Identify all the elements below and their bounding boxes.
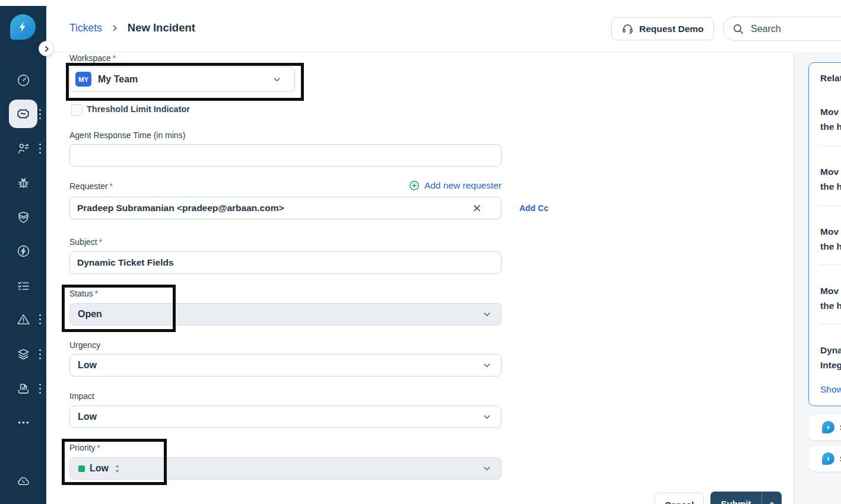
search-input[interactable] — [750, 23, 841, 35]
checklist-icon — [16, 278, 31, 293]
sidebar-item-lightning-circle[interactable] — [15, 243, 31, 259]
sidebar — [0, 6, 46, 504]
suggestion-pill[interactable]: S — [808, 414, 841, 440]
add-cc-link[interactable]: Add Cc — [519, 203, 548, 213]
workspace-avatar: MY — [75, 72, 91, 87]
breadcrumb-tickets-link[interactable]: Tickets — [69, 22, 102, 34]
chevron-down-icon — [483, 310, 491, 319]
related-article-item[interactable]: Dyna Integ — [820, 343, 841, 372]
content-divider — [794, 52, 794, 504]
workspace-select[interactable]: MY My Team — [69, 66, 295, 92]
user-arrows-icon — [16, 141, 31, 156]
more-dots-icon — [16, 415, 31, 430]
impact-select[interactable]: Low — [69, 406, 502, 428]
tickets-icon — [15, 106, 31, 122]
sidebar-item-more[interactable] — [15, 414, 31, 430]
app-window: Tickets New Incident Request Demo Worksp… — [0, 0, 841, 504]
status-value: Open — [78, 309, 102, 320]
lightning-circle-icon — [16, 244, 31, 259]
chevron-down-icon — [272, 75, 281, 84]
user-arrows-menu-kebab-icon[interactable] — [39, 143, 43, 154]
add-new-requester-link[interactable]: Add new requester — [401, 180, 502, 191]
workspace-label: Workspace* — [69, 53, 116, 63]
layers-icon — [16, 347, 31, 362]
card-divider — [820, 264, 841, 265]
shield-icon — [16, 210, 31, 225]
priority-select[interactable]: Low — [69, 457, 502, 480]
search-icon — [732, 23, 744, 34]
sidebar-item-tickets[interactable] — [9, 100, 37, 128]
cancel-button[interactable]: Cancel — [655, 493, 704, 504]
sidebar-item-bug[interactable] — [15, 175, 31, 190]
submit-menu-toggle[interactable] — [761, 492, 782, 504]
clear-requester-icon[interactable] — [473, 205, 481, 212]
request-demo-label: Request Demo — [639, 24, 704, 34]
layers-menu-kebab-icon[interactable] — [39, 349, 43, 359]
related-card-title: Relat — [820, 73, 841, 84]
freshservice-lightning-logo[interactable] — [10, 14, 36, 40]
sidebar-item-checklist[interactable] — [15, 277, 31, 293]
cloud-phone-icon — [16, 474, 31, 489]
related-article-item[interactable]: Movthe h — [820, 283, 841, 313]
sidebar-item-alert[interactable] — [15, 311, 31, 327]
cancel-label: Cancel — [665, 500, 694, 504]
urgency-select[interactable]: Low — [69, 354, 502, 377]
sidebar-item-dashboard[interactable] — [15, 72, 31, 88]
card-divider — [820, 205, 841, 206]
related-articles-card: Relat Movthe h Movthe h Movthe h Movthe … — [808, 62, 841, 406]
page-title: New Incident — [128, 21, 195, 34]
freshservice-lightning-logo — [822, 421, 834, 433]
chevron-down-icon — [483, 361, 491, 370]
submit-button[interactable]: Submit — [710, 492, 782, 504]
card-divider — [820, 324, 841, 324]
sidebar-item-shield[interactable] — [15, 209, 31, 225]
bug-icon — [16, 176, 31, 190]
impact-label: Impact — [69, 391, 94, 401]
freshservice-lightning-logo — [822, 452, 834, 465]
chevron-right-icon — [43, 45, 50, 53]
sidebar-item-cloud-phone[interactable] — [15, 473, 31, 489]
chevron-down-icon — [483, 413, 491, 422]
sidebar-item-user-arrows[interactable] — [15, 141, 31, 156]
related-article-item[interactable]: Movthe h — [820, 164, 841, 194]
subject-field[interactable]: Dynamic Ticket Fields — [69, 251, 502, 274]
search-box[interactable] — [723, 17, 841, 41]
agent-response-time-field — [69, 144, 502, 167]
document-tray-icon — [16, 381, 31, 396]
priority-label: Priority* — [69, 443, 100, 452]
request-demo-button[interactable]: Request Demo — [611, 17, 714, 40]
tickets-menu-kebab-icon[interactable] — [39, 109, 43, 119]
show-more-link[interactable]: Show — [820, 384, 841, 395]
alert-menu-kebab-icon[interactable] — [39, 314, 43, 324]
workspace-value: My Team — [98, 74, 138, 85]
urgency-value: Low — [78, 360, 97, 371]
header-divider — [46, 52, 794, 52]
breadcrumb: Tickets New Incident — [69, 21, 195, 34]
suggestion-pill[interactable]: S — [808, 446, 841, 471]
sort-arrows-icon — [115, 464, 120, 473]
requester-value: Pradeep Subramanian <pradeep@arbaan.com> — [77, 203, 284, 213]
sidebar-expand-button[interactable] — [39, 41, 54, 56]
priority-low-indicator — [78, 465, 85, 472]
chevron-down-icon — [483, 464, 491, 473]
headset-icon — [621, 23, 634, 35]
related-article-item[interactable]: Movthe h — [820, 224, 841, 254]
status-select[interactable]: Open — [69, 303, 502, 326]
sidebar-item-document[interactable] — [15, 381, 31, 396]
plus-circle-icon — [409, 180, 420, 191]
status-label: Status* — [69, 289, 98, 298]
threshold-checkbox[interactable] — [71, 104, 82, 116]
requester-label: Requester* — [69, 181, 113, 191]
requester-field[interactable]: Pradeep Subramanian <pradeep@arbaan.com> — [69, 197, 502, 219]
subject-label: Subject* — [69, 237, 102, 247]
agent-response-time-input[interactable] — [70, 150, 501, 161]
submit-label: Submit — [710, 499, 761, 504]
document-menu-kebab-icon[interactable] — [39, 384, 43, 394]
alert-triangle-icon — [16, 312, 31, 327]
related-article-item[interactable]: Movthe h — [820, 104, 841, 134]
chevron-right-icon — [111, 24, 119, 32]
priority-value: Low — [90, 463, 109, 474]
dashboard-icon — [16, 73, 31, 88]
sidebar-item-layers[interactable] — [15, 346, 31, 362]
subject-value: Dynamic Ticket Fields — [77, 257, 174, 268]
